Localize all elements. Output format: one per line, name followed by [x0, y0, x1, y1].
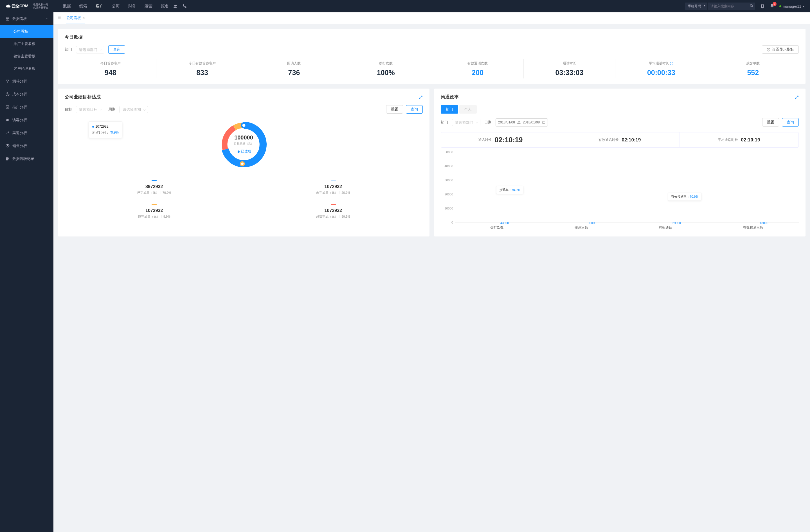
target-select[interactable]: 请选择目标 [76, 106, 104, 113]
sidebar-item[interactable]: 访客分析 [0, 114, 53, 127]
kpi-item: 平均通话时长02:10:19 [680, 132, 798, 147]
comm-query-button[interactable]: 查询 [782, 118, 799, 127]
sidebar-item[interactable]: 销售分析 [0, 139, 53, 152]
search-input[interactable] [707, 2, 755, 10]
sidebar-subitem[interactable]: 客户经理看板 [0, 63, 53, 75]
nav-item[interactable]: 线索 [79, 4, 87, 9]
kpi-item: 有效通话时长02:10:19 [560, 132, 680, 147]
nav-item[interactable]: 报名 [161, 4, 169, 9]
notification-count: 5 [773, 2, 777, 6]
tab-menu-icon[interactable] [58, 16, 61, 20]
donut-chart: 1072932 所占比例：70.9% [65, 119, 423, 170]
config-metrics-button[interactable]: 设置显示指标 [762, 45, 799, 54]
sidebar-subitem[interactable]: 推广主管看板 [0, 38, 53, 50]
stat-value: 100% [340, 69, 432, 77]
search-category-select[interactable]: 手机号码 [685, 2, 707, 10]
header-right: 手机号码 5 manager11 ▾ [685, 2, 804, 10]
goal-legend-item: 1072932应完成量（元）8.9% [65, 199, 244, 223]
goal-filters: 目标 请选择目标 周期 请选择周期 重置 查询 [65, 105, 423, 114]
today-title: 今日数据 [65, 34, 799, 40]
date-range-input[interactable]: 2018/01/08 至 2018/01/08 [496, 118, 548, 127]
svg-rect-13 [542, 121, 545, 124]
goal-query-button[interactable]: 查询 [406, 105, 423, 114]
today-stats: 今日首咨客户948今日有效首咨客户833回访人数736拨打次数100%有效通话次… [65, 59, 799, 79]
chart-annotation: 有效接通率：70.9% [668, 193, 701, 201]
stat-label: 成交单数 [707, 61, 799, 66]
notifications[interactable]: 5 [770, 4, 774, 9]
search-category[interactable]: 手机号码 [685, 2, 707, 10]
period-select[interactable]: 请选择周期 [119, 106, 148, 113]
sidebar-item-label: 销售分析 [12, 144, 27, 148]
x-tick: 有效通话 [659, 225, 672, 230]
goal-card: 公司业绩目标达成 目标 请选择目标 周期 请选择周期 重置 查询 [58, 88, 430, 236]
goal-legend-item: 1072932超额完成（元）89.9% [244, 199, 423, 223]
phone-icon[interactable] [182, 4, 187, 9]
sidebar-group-dashboard[interactable]: 数据看板 ⌃ [0, 12, 53, 25]
y-tick: 30000 [444, 179, 453, 182]
sidebar-item-icon [6, 157, 10, 161]
stat-item: 成交单数552 [707, 59, 799, 79]
logo: 云朵CRM 教育机构一站 式服务云平台 [6, 3, 48, 9]
chart-annotation: 接通率：70.9% [496, 186, 523, 194]
app-header: 云朵CRM 教育机构一站 式服务云平台 数据线索客户公海财务运营报名 手机号码 … [0, 0, 810, 12]
search-icon[interactable] [750, 4, 754, 9]
kpi-label: 通话时长 [478, 137, 492, 142]
sidebar-item[interactable]: 数据流转记录 [0, 152, 53, 165]
expand-icon[interactable] [419, 95, 423, 99]
sidebar-item[interactable]: 渠道分析 [0, 127, 53, 139]
comm-title: 沟通效率 [441, 94, 799, 100]
svg-point-12 [241, 163, 244, 165]
tab-bar: 公司看板 × [53, 12, 810, 24]
date-from: 2018/01/08 [498, 120, 515, 124]
expand-icon[interactable] [795, 95, 799, 99]
comm-reset-button[interactable]: 重置 [762, 118, 779, 127]
nav-item[interactable]: 数据 [63, 4, 71, 9]
chevron-down-icon: ▾ [803, 5, 804, 8]
bar-value-label: 18000 [760, 221, 768, 225]
tab-person-button[interactable]: 个人 [459, 105, 477, 114]
stat-value: 00:00:33 [615, 69, 707, 77]
bar-chart: 01000020000300004000050000 4300035000290… [441, 152, 799, 231]
tab-dept-button[interactable]: 部门 [441, 105, 458, 114]
add-user-icon[interactable] [173, 4, 178, 9]
mobile-icon[interactable] [760, 4, 765, 9]
x-tick: 有效接通次数 [743, 225, 763, 230]
nav-item[interactable]: 财务 [128, 4, 136, 9]
top-nav: 数据线索客户公海财务运营报名 [63, 4, 169, 9]
logo-text: 云朵CRM [6, 4, 28, 9]
y-tick: 50000 [444, 150, 453, 154]
goal-item-label: 超额完成（元）89.9% [244, 215, 423, 219]
date-to: 2018/01/08 [523, 120, 540, 124]
sidebar-item-icon [6, 79, 10, 83]
query-button[interactable]: 查询 [108, 45, 125, 54]
tab-company-board[interactable]: 公司看板 × [66, 12, 85, 24]
goal-reset-button[interactable]: 重置 [386, 105, 403, 114]
chart-plot: 43000350002900018000接通率：70.9%有效接通率：70.9% [455, 152, 799, 222]
sidebar-item[interactable]: 漏斗分析 [0, 75, 53, 88]
nav-item[interactable]: 运营 [145, 4, 152, 9]
svg-point-0 [174, 5, 176, 6]
sidebar-item[interactable]: 成本分析 [0, 88, 53, 101]
logo-subtitle: 教育机构一站 式服务云平台 [31, 3, 48, 9]
nav-item[interactable]: 客户 [96, 4, 103, 9]
nav-item[interactable]: 公海 [112, 4, 120, 9]
svg-rect-4 [6, 17, 9, 20]
sidebar-subitem[interactable]: 公司看板 [0, 25, 53, 38]
dept-select[interactable]: 请选择部门 [76, 46, 104, 53]
help-icon[interactable]: ? [670, 62, 673, 65]
sidebar-group-label: 数据看板 [12, 16, 27, 21]
close-icon[interactable]: × [83, 16, 85, 20]
user-menu[interactable]: manager11 ▾ [779, 4, 804, 9]
goal-item-value: 1072932 [244, 184, 423, 189]
sidebar-item[interactable]: 推广分析 [0, 101, 53, 114]
chevron-up-icon: ⌃ [46, 17, 48, 20]
goal-legend-item: 1072932未完成量（元）20.9% [244, 176, 423, 199]
username: manager11 [783, 4, 801, 9]
sidebar-item-label: 漏斗分析 [12, 79, 27, 84]
sidebar-subitem[interactable]: 销售主管看板 [0, 50, 53, 63]
y-tick: 10000 [444, 207, 453, 210]
stat-item: 通话时长03:33:03 [524, 59, 615, 79]
svg-point-5 [768, 49, 769, 50]
comm-dept-select[interactable]: 请选择部门 [452, 119, 480, 126]
stat-value: 736 [248, 69, 340, 77]
